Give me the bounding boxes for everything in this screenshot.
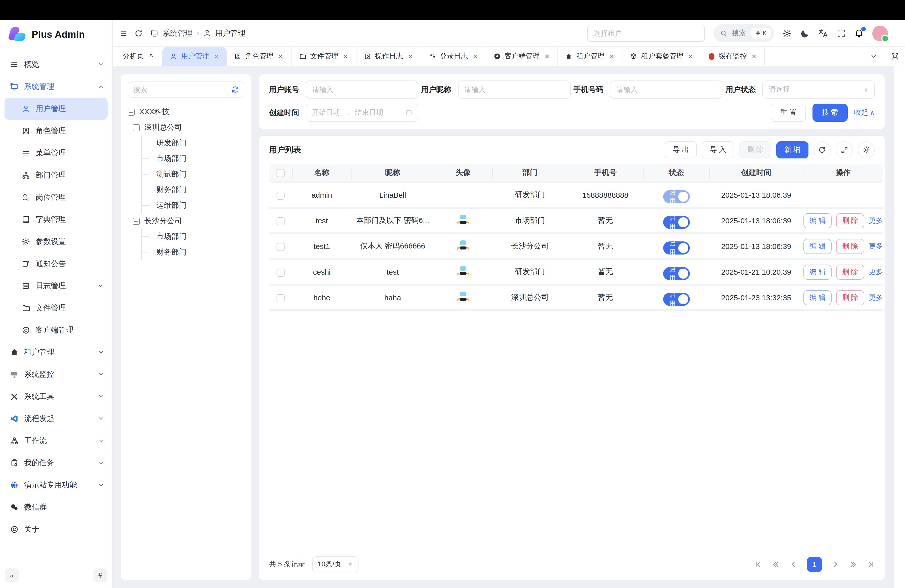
delete-row-button[interactable]: 删 除 [836,213,864,228]
sidebar-item-system-management[interactable]: 系统管理 [0,75,112,98]
settings-button[interactable] [782,29,792,38]
delete-row-button[interactable]: 删 除 [836,290,864,305]
tab-tenant-management[interactable]: 租户管理 ✕ [558,47,623,66]
close-icon[interactable]: ✕ [278,52,284,60]
back-five-pages-button[interactable] [772,560,780,568]
table-settings-button[interactable] [858,141,875,159]
sidebar-item-about[interactable]: 关于 [0,518,112,540]
sidebar-item-department-management[interactable]: 部门管理 [5,164,108,186]
sidebar-item-post-management[interactable]: 岗位管理 [5,186,108,208]
phone-filter-input[interactable] [610,81,723,99]
sidebar-item-notice-announcement[interactable]: 通知公告 [5,253,108,275]
tab-client-management[interactable]: 客户端管理 ✕ [486,47,558,66]
user-avatar[interactable] [872,25,888,41]
sidebar-item-menu-management[interactable]: 菜单管理 [5,142,108,164]
scrollbar-gutter[interactable] [894,67,905,588]
tab-file-management[interactable]: 文件管理 ✕ [292,47,356,66]
sidebar-item-tenant-management[interactable]: 租户管理 [0,341,112,363]
add-button[interactable]: 新 增 [776,141,808,159]
sidebar-item-system-monitor[interactable]: 系统监控 [0,363,112,385]
pin-sidebar-button[interactable] [94,568,107,582]
edit-button[interactable]: 编 辑 [803,264,832,280]
row-checkbox[interactable] [276,294,284,302]
row-checkbox[interactable] [276,217,284,225]
close-icon[interactable]: ✕ [751,52,757,60]
sidebar-item-my-tasks[interactable]: 我的任务 [0,452,112,474]
table-fullscreen-button[interactable] [836,141,853,159]
row-checkbox[interactable] [276,269,284,277]
sidebar-item-user-management[interactable]: 用户管理 [5,98,108,120]
tab-role-management[interactable]: 角色管理 ✕ [227,47,292,66]
edit-button[interactable]: 编 辑 [803,239,832,254]
tree-collapse-icon[interactable] [128,108,135,116]
sidebar-item-dictionary-management[interactable]: 字典管理 [5,208,108,230]
tree-collapse-icon[interactable] [133,124,140,131]
notifications-button[interactable] [854,29,864,38]
row-checkbox[interactable] [276,243,284,251]
reset-button[interactable]: 重 置 [771,103,806,122]
tree-node-root[interactable]: XXX科技 [128,104,245,120]
breadcrumb-section[interactable]: 系统管理 [163,29,193,38]
sidebar-item-client-management[interactable]: 客户端管理 [5,319,108,341]
status-toggle[interactable]: 启用 [663,292,689,305]
tree-node-leaf[interactable]: 市场部门 [142,151,245,167]
content-fullscreen-button[interactable] [884,47,905,66]
tab-analysis[interactable]: 分析页 [113,47,162,66]
status-toggle[interactable]: 启用 [663,241,689,254]
sidebar-item-workflow[interactable]: 工作流 [0,429,112,452]
first-page-button[interactable] [754,560,762,568]
created-date-range-picker[interactable]: 开始日期 → 结束日期 [306,103,418,122]
collapse-filter-link[interactable]: 收起∧ [854,108,875,117]
tree-node-leaf[interactable]: 测试部门 [142,167,245,182]
tree-node-leaf[interactable]: 市场部门 [142,229,245,245]
fullscreen-button[interactable] [837,29,846,38]
select-all-checkbox[interactable] [276,169,284,177]
tree-search-input[interactable] [128,86,226,94]
app-logo[interactable]: Plus Admin [0,20,112,49]
row-checkbox[interactable] [276,191,284,199]
tenant-select-input[interactable] [587,25,705,42]
status-toggle[interactable]: 启用 [663,267,689,280]
tree-node-leaf[interactable]: 财务部门 [142,182,245,198]
sidebar-item-wechat-group[interactable]: 微信群 [0,496,112,518]
close-icon[interactable]: ✕ [343,52,348,60]
more-button[interactable]: 更多 [869,293,883,302]
sidebar-item-demo-features[interactable]: 演示站专用功能 [0,474,112,496]
page-size-select[interactable]: 10条/页 ▼ [312,556,359,572]
tab-user-management[interactable]: 用户管理 ✕ [162,47,227,66]
last-page-button[interactable] [867,560,875,568]
edit-button[interactable]: 编 辑 [803,290,832,305]
close-icon[interactable]: ✕ [609,52,614,60]
sidebar-item-overview[interactable]: 概览 [0,53,112,75]
tree-node-leaf[interactable]: 运维部门 [142,198,245,213]
status-filter-select[interactable]: 请选择 ∨ [762,81,875,99]
close-icon[interactable]: ✕ [214,52,219,60]
sidebar-item-process-initiation[interactable]: 流程发起 [0,407,112,429]
close-icon[interactable]: ✕ [544,52,550,60]
close-icon[interactable]: ✕ [472,52,478,60]
close-icon[interactable]: ✕ [688,52,694,60]
sidebar-item-file-management[interactable]: 文件管理 [5,297,108,319]
current-page-button[interactable]: 1 [807,557,822,572]
tree-refresh-button[interactable] [226,82,244,97]
more-button[interactable]: 更多 [869,267,883,277]
tree-node-branch[interactable]: 长沙分公司 [133,213,245,229]
delete-row-button[interactable]: 删 除 [836,239,864,254]
tab-login-log[interactable]: 登录日志 ✕ [421,47,486,66]
table-refresh-button[interactable] [813,141,830,159]
sidebar-item-role-management[interactable]: 角色管理 [5,120,108,142]
account-filter-input[interactable] [306,81,418,99]
forward-five-pages-button[interactable] [849,560,857,568]
pin-icon[interactable] [148,53,154,60]
next-page-button[interactable] [832,560,840,568]
delete-button[interactable]: 删 除 [739,141,771,159]
export-button[interactable]: 导 出 [665,141,697,159]
sidebar-item-parameter-settings[interactable]: 参数设置 [5,230,108,253]
tree-node-leaf[interactable]: 研发部门 [142,135,245,151]
delete-row-button[interactable]: 删 除 [836,264,864,280]
refresh-page-button[interactable] [135,29,143,38]
edit-button[interactable]: 编 辑 [803,213,832,228]
language-switch-button[interactable] [819,29,828,38]
collapse-sidebar-button[interactable]: « [5,568,19,582]
tree-node-branch[interactable]: 深圳总公司 [133,120,245,135]
